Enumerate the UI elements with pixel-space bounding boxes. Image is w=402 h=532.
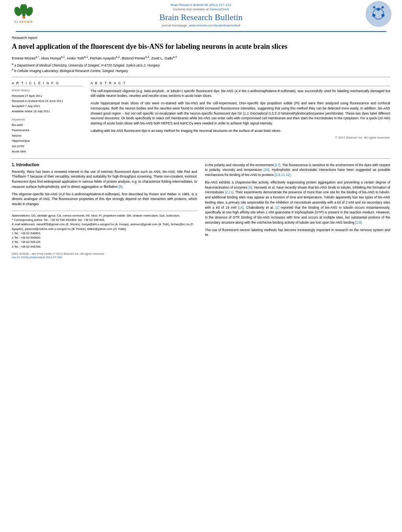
body-text-right: in the polarity and viscosity of the env… <box>205 163 391 238</box>
authors-line: Emese Mozesa,*, Akos Hunyaa,1, Aniko Tot… <box>12 56 390 60</box>
abstract-para-1: The cell-impermeant oligomer-(e.g. beta-… <box>91 89 390 99</box>
citation-2b[interactable]: [2] <box>276 206 279 209</box>
affiliation-b: b b Cellular Imaging Laboratory, Biologi… <box>12 68 390 73</box>
journal-name: Brain Research Bulletin <box>43 12 359 22</box>
journal-logo-right <box>363 3 394 25</box>
note4-line: 4 Tel.: +36 62 546788. <box>12 245 197 249</box>
journal-ref: Brain Research Bulletin 86 (2011) 217–22… <box>43 3 359 7</box>
note1-line: 1 Tel.: +36 62 546853. <box>12 231 197 235</box>
revised-value: Received in revised form 24 June 2011 <box>12 99 63 104</box>
keyword-4: Hippocampus <box>12 138 83 144</box>
open-access-text: 0361-9230/$ – see front matter © 2011 El… <box>12 252 197 256</box>
journal-header: ELSEVIER Brain Research Bulletin 86 (201… <box>0 0 402 32</box>
note3-line: 3 Tel.: +36 62 545135. <box>12 240 197 244</box>
body-para-1: Recently, there has been a renewed inter… <box>12 169 197 189</box>
abstract-title: A B S T R A C T <box>91 81 390 86</box>
keyword-1: Bis-ANS <box>12 122 83 128</box>
elsevier-tree-icon <box>13 4 35 19</box>
citation-2-8b[interactable]: [2,8] <box>355 221 362 224</box>
page: ELSEVIER Brain Research Bulletin 86 (201… <box>0 0 402 532</box>
intro-heading: 1. Introduction <box>12 163 197 167</box>
doi-link[interactable]: doi:10.1016/j.brainresbull.2011.07.004 <box>12 256 62 259</box>
brain-research-logo-icon <box>366 1 391 27</box>
email-label: E-mail addresses: <box>12 222 35 226</box>
available-row: Available online 18 July 2011 <box>12 109 83 114</box>
article-type: Research report <box>12 36 390 40</box>
body-right-para-2: Bis-ANS exhibits a chaperone-like activi… <box>205 180 391 225</box>
citation-5[interactable]: [5] <box>248 185 252 189</box>
available-value: Available online 18 July 2011 <box>12 109 50 114</box>
citation-9[interactable]: [9] <box>119 185 122 189</box>
keywords-section: Keywords: Bis-ANS Fluorescence Neuron Hi… <box>12 118 83 154</box>
article-history-label: Article history: <box>12 89 83 92</box>
abbreviations-text: DG, dentate gyrus; CA, cornus ammonis; H… <box>31 214 181 217</box>
doi-section: 0361-9230/$ – see front matter © 2011 El… <box>12 252 197 259</box>
article-info-title: A R T I C L E I N F O <box>12 81 83 86</box>
keyword-2: Fluorescence <box>12 128 83 133</box>
abstract-para-2: Acute hippocampal brain slices of rats w… <box>91 101 390 126</box>
affiliation-b-text: b Cellular Imaging Laboratory, Biologica… <box>14 69 128 73</box>
abstract-column: A B S T R A C T The cell-impermeant olig… <box>91 81 390 154</box>
affiliation-a-text: a Department of Medical Chemistry, Unive… <box>14 63 160 67</box>
abbreviations-line: Abbreviations: DG, dentate gyrus; CA, co… <box>12 213 197 218</box>
abstract-text: The cell-impermeant oligomer-(e.g. beta-… <box>91 89 390 133</box>
body-col-left: 1. Introduction Recently, there has been… <box>12 163 197 259</box>
keywords-label: Keywords: <box>12 118 83 121</box>
copyright-line: © 2011 Elsevier Inc. All rights reserved… <box>91 136 390 139</box>
elsevier-logo: ELSEVIER <box>8 3 39 25</box>
citation-17[interactable]: [17] <box>275 163 280 167</box>
svg-point-18 <box>373 6 375 9</box>
email-line: E-mail addresses: mese859@gmail.com (E. … <box>12 222 197 231</box>
body-two-col: 1. Introduction Recently, there has been… <box>12 163 390 259</box>
keyword-5: SH-SY5Y <box>12 144 83 149</box>
contents-available-line: Contents lists available at ScienceDirec… <box>43 7 359 11</box>
author-sup-1: a,* <box>35 56 39 58</box>
affiliation-a: a a Department of Medical Chemistry, Uni… <box>12 63 390 67</box>
sciencedirect-link[interactable]: ScienceDirect <box>209 7 229 11</box>
corresponding-author-line: * Corresponding author. Tel.: +36 62 546… <box>12 218 197 222</box>
citation-2-8-11-12[interactable]: [2,8,11,12] <box>275 173 291 177</box>
body-para-2: The oligomer-specific bis-ANS (4,4′-bis-… <box>12 192 197 207</box>
revised-row: Received in revised form 24 June 2011 <box>12 99 83 104</box>
abbreviations-label: Abbreviations: <box>12 214 31 217</box>
abstract-para-3: Labeling with bis-ANS fluorescent dye is… <box>91 128 390 133</box>
body-right-para-3: The use of fluorescent neuron labeling m… <box>205 228 391 238</box>
contents-text: Contents lists available at <box>173 7 209 11</box>
authors-text: Emese Mozesa,*, Akos Hunyaa,1, Aniko Tot… <box>12 56 177 60</box>
email-text: mese859@gmail.com (E. Mozes), hunya@dnt.… <box>12 222 194 230</box>
note2-line: 2 Tel.: +36 62 599600. <box>12 235 197 240</box>
article-info-abstract: A R T I C L E I N F O Article history: R… <box>12 81 390 154</box>
journal-top-bar: ELSEVIER Brain Research Bulletin 86 (201… <box>8 3 394 27</box>
citation-2-11[interactable]: [2,11] <box>225 190 233 194</box>
footnotes-section: Abbreviations: DG, dentate gyrus; CA, co… <box>12 211 197 249</box>
author-sup-4: b,2 <box>116 56 120 58</box>
journal-logo-circle <box>366 1 391 27</box>
citation-15[interactable]: [15] <box>264 168 269 172</box>
svg-point-7 <box>366 2 391 26</box>
received-row: Received 27 April 2011 <box>12 94 83 98</box>
keyword-6: Acute slice <box>12 149 83 154</box>
author-sup-5: a,3 <box>145 56 149 58</box>
header-divider <box>16 31 386 32</box>
body-right-para-1: in the polarity and viscosity of the env… <box>205 163 391 178</box>
accepted-value: Accepted 7 July 2011 <box>12 104 40 109</box>
article-content: Research report A novel application of t… <box>0 32 402 263</box>
received-value: Received 27 April 2011 <box>12 94 42 98</box>
journal-homepage: journal homepage: www.elsevier.com/locat… <box>43 24 359 27</box>
body-col-right: in the polarity and viscosity of the env… <box>205 163 391 259</box>
article-info-column: A R T I C L E I N F O Article history: R… <box>12 81 83 154</box>
article-title: A novel application of the fluorescent d… <box>12 42 390 51</box>
elsevier-brand-text: ELSEVIER <box>14 20 33 24</box>
author-sup-2: a,1 <box>61 56 65 58</box>
keyword-3: Neuron <box>12 133 83 139</box>
article-divider <box>12 77 390 77</box>
author-sup-3: a,1 <box>84 56 88 58</box>
history-dates: Received 27 April 2011 Received in revis… <box>12 94 83 114</box>
body-text-left: Recently, there has been a renewed inter… <box>12 169 197 207</box>
citation-14[interactable]: [14] <box>238 206 243 209</box>
homepage-url[interactable]: www.elsevier.com/locate/brainresbull <box>189 24 240 27</box>
svg-point-17 <box>381 6 383 9</box>
doi-text: doi:10.1016/j.brainresbull.2011.07.004 <box>12 256 197 259</box>
journal-title-center: Brain Research Bulletin 86 (2011) 217–22… <box>39 3 363 27</box>
body-divider <box>12 158 390 159</box>
